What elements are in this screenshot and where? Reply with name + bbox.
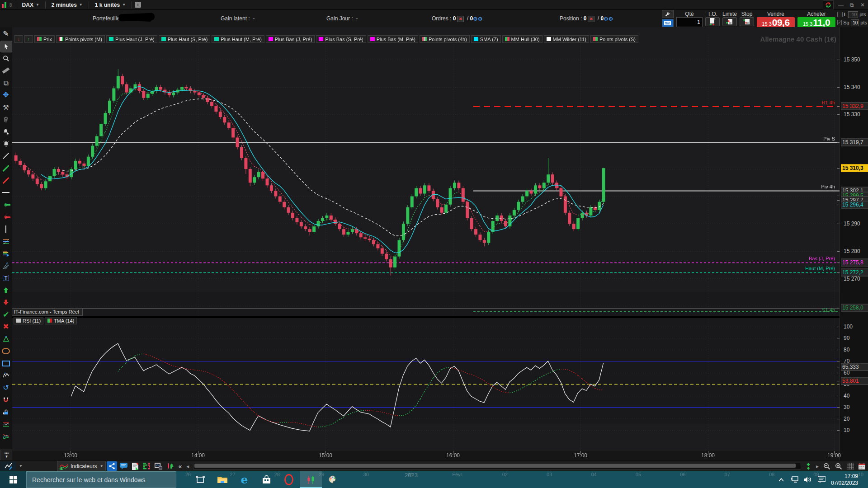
legend-item-8[interactable]: Points pivots (4h) [420, 35, 470, 43]
taskbar-clock[interactable]: 17:0907/02/2023 [831, 473, 858, 487]
legend-item-7[interactable]: Plus Bas (M, Pré) [368, 35, 418, 43]
quantity-input[interactable]: 1 [676, 17, 703, 27]
paint-taskbar-icon[interactable] [322, 471, 344, 488]
stop-order-button[interactable] [740, 17, 754, 26]
grid-settings-icon[interactable] [845, 461, 856, 471]
close-position-icon[interactable]: ✖ [588, 16, 594, 22]
alarm-pointer-icon[interactable] [0, 126, 11, 137]
legend-scale-up-button[interactable]: ↑ [24, 35, 33, 43]
legend-item-12[interactable]: Points pivots (S) [590, 35, 638, 43]
timeframe-dropdown[interactable]: 2 minutes▼ [48, 2, 86, 8]
orders-settings-icon[interactable]: ⚙⚙ [473, 16, 483, 22]
elliott-waves-icon[interactable] [0, 370, 11, 381]
draw-pencil-icon[interactable]: ✎ [0, 28, 11, 39]
legend-item-1[interactable]: Points pivots (M) [56, 35, 105, 43]
cross-mark-icon[interactable]: ✖ [0, 321, 11, 332]
alarm-bell-icon[interactable] [0, 138, 11, 149]
new-window-icon[interactable] [153, 461, 164, 471]
zoom-out-icon[interactable] [821, 461, 832, 471]
scroll-right-button[interactable]: ▸ [814, 461, 821, 471]
link-chain-icon[interactable]: ∞ [8, 3, 14, 7]
rectangle-shape-icon[interactable] [0, 358, 11, 369]
notifications-icon[interactable] [817, 476, 826, 483]
tray-expand-chevron-icon[interactable] [777, 478, 786, 482]
hline-red-icon[interactable] [0, 211, 11, 222]
calendar-icon[interactable] [857, 461, 867, 471]
share-icon[interactable] [107, 461, 117, 471]
text-tool-icon[interactable]: T [0, 272, 11, 283]
buy-button[interactable]: 15 311,0 [797, 17, 835, 28]
restore-button[interactable]: ⧉ [848, 2, 855, 8]
trash-icon[interactable] [0, 114, 11, 125]
opera-browser-taskbar-icon[interactable] [278, 471, 300, 488]
tools-icon[interactable]: ⚒ [0, 102, 11, 113]
vline-icon[interactable] [0, 224, 11, 235]
task-view-taskbar-icon[interactable] [189, 471, 211, 488]
hline-white-icon[interactable] [0, 187, 11, 198]
network-icon[interactable] [790, 476, 799, 483]
trendline-white-icon[interactable] [0, 150, 11, 161]
more-tools-button[interactable]: •••▾ [0, 450, 13, 460]
copy-pages-icon[interactable]: ⧉ [0, 77, 11, 88]
start-button[interactable] [0, 471, 26, 488]
draw-mode-caret[interactable]: ▼ [17, 461, 24, 471]
magnet-mode-icon[interactable] [0, 394, 11, 405]
price-axis[interactable]: 15 35015 34015 33015 29015 28015 2701009… [840, 27, 868, 460]
report-icon[interactable] [130, 461, 140, 471]
legend-item-9[interactable]: SMA (7) [471, 35, 501, 43]
scroll-left-button[interactable]: ◂ [184, 461, 191, 471]
legend-item-2[interactable]: Plus Haut (J, Pré) [106, 35, 157, 43]
volume-icon[interactable] [804, 476, 813, 483]
order-settings-wrench-icon[interactable] [662, 10, 674, 18]
stop-guard-checkbox[interactable]: ✓ [837, 20, 842, 25]
legend-item-6[interactable]: Plus Bas (S, Pré) [316, 35, 366, 43]
instrument-dropdown[interactable]: DAX▼ [19, 2, 42, 8]
to-order-button[interactable] [705, 17, 720, 26]
lock-cursor-icon[interactable] [0, 407, 11, 418]
chart-scrollbar[interactable] [193, 463, 801, 469]
legend-scale-down-button[interactable]: ↓ [14, 35, 23, 43]
legend-item-5[interactable]: Plus Bas (J, Pré) [266, 35, 315, 43]
sync-icon[interactable] [823, 0, 834, 9]
zoom-magnifier-icon[interactable] [0, 53, 11, 64]
pitchfork-icon[interactable] [0, 260, 11, 271]
sell-button[interactable]: 15 309,6 [757, 17, 795, 28]
channel-lines-icon[interactable] [0, 419, 11, 430]
limit-checkbox[interactable] [837, 12, 843, 17]
trade-from-chart-icon[interactable] [165, 461, 176, 471]
legend-item-11[interactable]: MM Wilder (11) [544, 35, 589, 43]
keyboard-trading-icon[interactable] [662, 19, 674, 27]
trendline-green-icon[interactable] [0, 163, 11, 174]
move-cross-icon[interactable]: ✥ [0, 89, 11, 100]
triangle-shape-icon[interactable] [0, 333, 11, 344]
check-mark-icon[interactable]: ✔ [0, 309, 11, 320]
cursor-select-icon[interactable] [0, 41, 12, 52]
rotate-cursor-icon[interactable]: ↺ [0, 382, 11, 393]
order-book-icon[interactable] [141, 461, 152, 471]
legend-item-4[interactable]: Plus Haut (M, Pré) [212, 35, 264, 43]
hline-green-icon[interactable] [0, 199, 11, 210]
limit-order-button[interactable] [722, 17, 737, 26]
ellipse-shape-icon[interactable] [0, 346, 11, 357]
limit-pts-input[interactable]: 10 [848, 11, 858, 18]
chart-draw-mode-icon[interactable] [0, 461, 16, 471]
rsi-legend-item-0[interactable]: RSI (11) [14, 317, 43, 324]
legend-item-0[interactable]: Prix [34, 35, 55, 43]
indicators-button[interactable]: Indicateurs ▼ [57, 461, 106, 471]
close-button[interactable]: ✕ [859, 2, 866, 8]
trading-app-taskbar-icon[interactable] [300, 471, 322, 488]
rsi-legend-item-1[interactable]: TMA (14) [45, 317, 77, 324]
file-explorer-taskbar-icon[interactable] [211, 471, 233, 488]
ruler-icon[interactable] [0, 65, 11, 76]
info-icon[interactable]: i [135, 2, 141, 8]
zoom-in-icon[interactable] [833, 461, 844, 471]
fibonacci-retracement-icon[interactable] [0, 236, 11, 247]
legend-item-10[interactable]: MM Hull (30) [502, 35, 542, 43]
arrow-down-icon[interactable] [0, 297, 11, 308]
channel-lines-alt-icon[interactable] [0, 431, 11, 442]
windows-store-taskbar-icon[interactable] [255, 471, 278, 488]
position-settings-icon[interactable]: ⚙⚙ [604, 16, 613, 22]
arrow-up-icon[interactable] [0, 285, 11, 296]
fibonacci-levels-icon[interactable]: F [0, 248, 11, 259]
edge-browser-taskbar-icon[interactable]: e [233, 471, 255, 488]
